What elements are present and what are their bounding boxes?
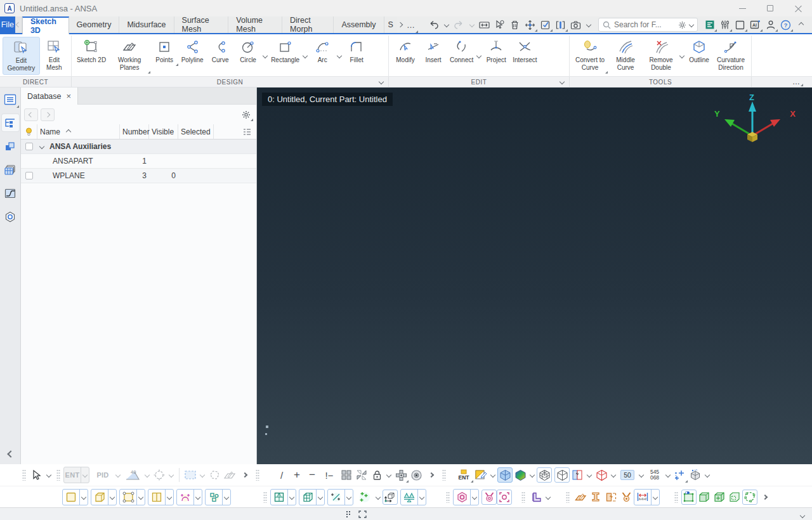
- help-button[interactable]: ?: [779, 18, 793, 32]
- database-tab[interactable]: Database ×: [21, 88, 78, 105]
- nav-forward-button[interactable]: [41, 108, 55, 121]
- project-button[interactable]: Project: [482, 37, 510, 66]
- remove-double-dropdown[interactable]: [680, 37, 684, 75]
- entity-counter-button[interactable]: 545068: [646, 467, 664, 483]
- ibeam-button[interactable]: [588, 490, 603, 505]
- selection-more-button[interactable]: [237, 467, 252, 483]
- edit-geometry-button[interactable]: Edit Geometry: [3, 37, 40, 75]
- draw-mode-button[interactable]: [473, 467, 488, 483]
- tab-truncated[interactable]: S: [384, 16, 397, 33]
- screenshot-dropdown[interactable]: [584, 18, 593, 32]
- circle-button[interactable]: Circle: [234, 37, 262, 66]
- arc-dropdown[interactable]: [337, 37, 341, 75]
- tree-row-wplane[interactable]: WPLANE 3 0: [21, 169, 256, 183]
- entity-info-button[interactable]: [493, 18, 507, 32]
- toolbar-drag-handle[interactable]: [22, 469, 26, 481]
- entity-display-button[interactable]: ENT: [454, 467, 473, 483]
- tab-surface-mesh[interactable]: Surface Mesh: [174, 16, 229, 33]
- wireframe-button[interactable]: [554, 467, 570, 483]
- feature-angle-dropdown[interactable]: [143, 473, 152, 477]
- beam-section-button[interactable]: [528, 490, 544, 505]
- view-all-button[interactable]: [339, 467, 354, 483]
- toolbar-drag-handle[interactable]: [446, 491, 450, 503]
- tab-direct-morph[interactable]: Direct Morph: [282, 16, 334, 33]
- pid-filter-button[interactable]: PID: [92, 467, 114, 483]
- maximize-button[interactable]: [756, 0, 784, 16]
- ribbon-overflow[interactable]: …: [752, 77, 812, 87]
- rectangle-dropdown[interactable]: [303, 37, 307, 75]
- toolbar-drag-handle[interactable]: [442, 469, 446, 481]
- group-checkbox[interactable]: [25, 143, 33, 150]
- viewport-3d[interactable]: 0: Untitled, Current Part: Untitled Z Y …: [257, 88, 812, 464]
- toolbar-drag-handle[interactable]: [566, 491, 570, 503]
- selected-column-header[interactable]: Selected: [178, 124, 214, 139]
- wireframe-grid-button[interactable]: [537, 467, 552, 483]
- snap-points-button[interactable]: [672, 467, 688, 483]
- shaded-view-button[interactable]: [497, 467, 513, 483]
- windows-button[interactable]: [733, 18, 747, 32]
- align-views-button[interactable]: [393, 467, 409, 483]
- section-cut-dropdown[interactable]: [585, 473, 594, 477]
- connect-button[interactable]: Connect: [447, 37, 476, 66]
- modify-button[interactable]: Modify: [391, 37, 419, 66]
- section-cut-button[interactable]: [570, 467, 585, 483]
- spline-points-tool-button[interactable]: [327, 489, 353, 505]
- insert-button[interactable]: Insert: [419, 37, 447, 66]
- curve-button[interactable]: Curve: [206, 37, 234, 66]
- measure-button[interactable]: [478, 18, 492, 32]
- clip-box-dropdown[interactable]: [609, 473, 618, 477]
- results-view-dropdown[interactable]: [528, 473, 537, 477]
- tab-scroll-left-button[interactable]: [15, 16, 22, 33]
- database-tab-close-icon[interactable]: ×: [67, 91, 72, 101]
- minimize-button[interactable]: [728, 0, 756, 16]
- design-expand-icon[interactable]: [379, 79, 384, 84]
- rectangle-button[interactable]: Rectangle: [268, 37, 302, 66]
- search-box[interactable]: [598, 18, 698, 32]
- undo-dropdown[interactable]: [442, 18, 451, 32]
- view-split-button[interactable]: [354, 467, 369, 483]
- polygon-select-button[interactable]: [207, 467, 222, 483]
- proximity-select-dropdown[interactable]: [167, 473, 176, 477]
- face-tool-button[interactable]: [62, 489, 88, 505]
- visibility-add-button[interactable]: +: [289, 467, 304, 483]
- tab-assembly[interactable]: Assembly: [334, 16, 384, 33]
- compare-button[interactable]: [554, 18, 568, 32]
- outline-button[interactable]: Outline: [685, 37, 713, 66]
- proximity-select-button[interactable]: [152, 467, 167, 483]
- visibility-column-header[interactable]: [21, 124, 37, 139]
- volume-tool-button[interactable]: [91, 489, 117, 505]
- toolbar-drag-handle[interactable]: [256, 469, 259, 481]
- number-column-header[interactable]: Number: [120, 124, 149, 139]
- morph-more-button[interactable]: [757, 490, 773, 505]
- connection-point-button[interactable]: [497, 490, 512, 505]
- toolbar-drag-handle[interactable]: [263, 491, 267, 503]
- section-view-button[interactable]: [603, 490, 619, 505]
- edit-expand-icon[interactable]: [560, 79, 565, 84]
- arc-button[interactable]: Arc: [308, 37, 336, 66]
- middle-curve-button[interactable]: Middle Curve: [608, 37, 643, 74]
- weld-gun-button[interactable]: [619, 490, 634, 505]
- tab-midsurface[interactable]: Midsurface: [119, 16, 174, 33]
- mesh-surface-tool-button[interactable]: [270, 489, 296, 505]
- record-view-button[interactable]: [409, 467, 424, 483]
- cones-tool-button[interactable]: [400, 489, 426, 505]
- status-grid-icon[interactable]: [346, 510, 352, 518]
- tab-scroll-right-button[interactable]: [397, 16, 404, 33]
- morph-solid-button[interactable]: [697, 490, 712, 505]
- select-cursor-dropdown[interactable]: [44, 473, 53, 477]
- convert-to-curve-button[interactable]: Convert to Curve: [572, 37, 608, 74]
- polyline-button[interactable]: Polyline: [178, 37, 206, 66]
- add-points-dropdown[interactable]: [374, 495, 383, 499]
- collapse-ribbon-button[interactable]: [794, 18, 808, 32]
- sidebar-function-button[interactable]: [2, 185, 19, 202]
- sidebar-list-button[interactable]: [2, 91, 19, 108]
- redo-button[interactable]: [452, 18, 466, 32]
- visible-column-header[interactable]: Visible: [149, 124, 178, 139]
- box-select-dropdown[interactable]: [198, 473, 207, 477]
- edit-mesh-button[interactable]: Edit Mesh: [40, 37, 69, 74]
- redo-dropdown[interactable]: [468, 18, 476, 32]
- results-view-button[interactable]: [513, 467, 528, 483]
- circle-dropdown[interactable]: [263, 37, 267, 75]
- plane-select-button[interactable]: [222, 467, 237, 483]
- tree-expand-icon[interactable]: [39, 144, 44, 149]
